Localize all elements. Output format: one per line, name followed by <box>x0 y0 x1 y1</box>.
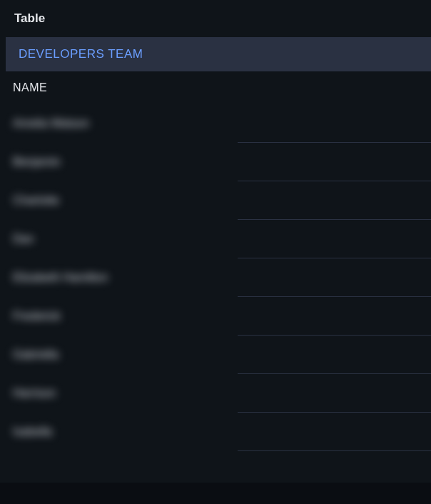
name-cell: Dan <box>6 233 34 246</box>
table-row[interactable]: Isabella <box>6 413 431 451</box>
name-text: Gabriella <box>13 348 59 361</box>
table-row[interactable]: Gabriella <box>6 336 431 374</box>
table-row[interactable]: Benjamin <box>6 143 431 181</box>
section-header-text: DEVELOPERS TEAM <box>19 47 143 61</box>
table-row[interactable]: Amelia Watson <box>6 104 431 143</box>
section-header[interactable]: DEVELOPERS TEAM <box>6 37 431 71</box>
name-text: Isabella <box>13 425 52 438</box>
table-body: Amelia Watson Benjamin Charlotte Dan Eli… <box>6 104 431 451</box>
name-cell: Gabriella <box>6 348 59 361</box>
name-text: Elizabeth Hamilton <box>13 271 108 284</box>
table-row[interactable]: Harrison <box>6 374 431 413</box>
name-text: Charlotte <box>13 194 59 207</box>
name-cell: Elizabeth Hamilton <box>6 271 108 284</box>
name-text: Benjamin <box>13 156 61 168</box>
name-cell: Charlotte <box>6 194 59 207</box>
name-cell: Harrison <box>6 387 56 400</box>
footer-bar <box>0 483 431 504</box>
name-text: Amelia Watson <box>13 117 89 130</box>
table-row[interactable]: Charlotte <box>6 181 431 220</box>
name-cell: Isabella <box>6 425 52 438</box>
name-cell: Amelia Watson <box>6 117 89 130</box>
page-title: Table <box>0 0 431 37</box>
table-row[interactable]: Frederick <box>6 297 431 336</box>
page-title-text: Table <box>14 11 45 25</box>
column-header-name-text: NAME <box>13 81 47 94</box>
table-row[interactable]: Dan <box>6 220 431 258</box>
column-header-name: NAME <box>0 71 431 104</box>
table-row[interactable]: Elizabeth Hamilton <box>6 258 431 297</box>
name-text: Harrison <box>13 387 56 400</box>
name-text: Dan <box>13 233 34 246</box>
name-cell: Benjamin <box>6 156 61 168</box>
name-cell: Frederick <box>6 310 61 323</box>
name-text: Frederick <box>13 310 61 323</box>
